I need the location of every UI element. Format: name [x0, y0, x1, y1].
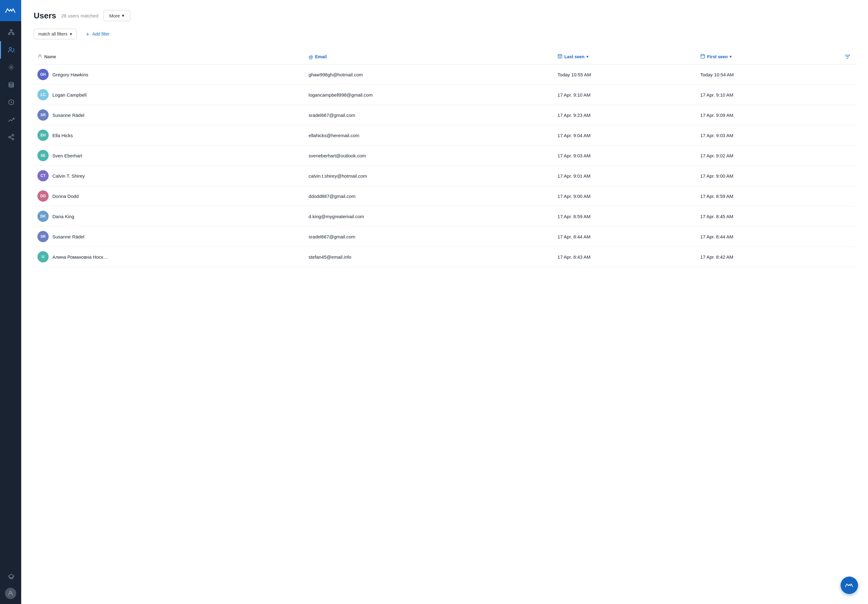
calendar-icon-last: 10 [558, 54, 563, 60]
user-name-cell: EH Ella Hicks [34, 125, 305, 146]
table-row[interactable]: EH Ella Hicks ellahicks@heremail.com 17 … [34, 125, 856, 146]
user-email: d.king@mygreatemail.com [305, 206, 554, 226]
table-row[interactable]: GH Gregory Hawkins ghaw998gh@hotmail.com… [34, 65, 856, 85]
user-name-cell: CT Calvin T. Shirey [34, 166, 305, 186]
sidebar-item-database[interactable] [0, 76, 21, 93]
sidebar-logo[interactable] [0, 0, 21, 21]
svg-line-14 [10, 138, 12, 139]
sidebar-item-users[interactable] [0, 41, 21, 59]
calendar-icon-first [700, 54, 705, 60]
sidebar [0, 0, 21, 604]
user-avatar-initials: DD [37, 190, 49, 201]
user-email: sradel667@gmail.com [305, 226, 554, 247]
at-icon: @ [308, 54, 313, 59]
table-row[interactable]: LC Logan Campbell logancampbell998@gmail… [34, 85, 856, 105]
svg-line-15 [10, 136, 12, 137]
user-email: ghaw998gh@hotmail.com [305, 65, 554, 85]
user-avatar-initials: SR [37, 231, 49, 242]
more-button[interactable]: More ▾ [104, 10, 130, 21]
row-actions [839, 146, 856, 166]
row-actions [839, 206, 856, 226]
row-actions [839, 125, 856, 146]
user-email: sveneberhart@outlook.com [305, 146, 554, 166]
row-actions [839, 105, 856, 125]
user-last-seen: 17 Apr. 9:00 AM [554, 186, 696, 206]
user-first-seen: 17 Apr. 8:59 AM [696, 186, 839, 206]
user-email: ellahicks@heremail.com [305, 125, 554, 146]
user-email: calvin.t.shirey@hotmail.com [305, 166, 554, 186]
match-filter-button[interactable]: match all filters ▾ [34, 29, 77, 39]
user-first-seen: 17 Apr. 9:10 AM [696, 85, 839, 105]
user-name-cell: SR Susanne Rädel [34, 226, 305, 247]
table-row[interactable]: SR Susanne Rädel sradel667@gmail.com 17 … [34, 226, 856, 247]
user-last-seen: 17 Apr. 9:23 AM [554, 105, 696, 125]
content-area: Users 28 users matched More ▾ match all … [21, 0, 868, 604]
svg-point-12 [8, 136, 10, 138]
page-header: Users 28 users matched More ▾ [34, 10, 856, 21]
col-header-name: Name [34, 49, 305, 65]
chevron-down-icon: ▾ [70, 31, 72, 36]
clock-icon [8, 99, 15, 106]
user-first-seen: 17 Apr. 9:09 AM [696, 105, 839, 125]
user-name: Dana King [53, 214, 74, 219]
user-avatar-initials: LC [37, 89, 49, 101]
education-icon [8, 573, 15, 580]
user-name: Donna Dodd [53, 194, 79, 199]
user-avatar[interactable] [5, 588, 16, 599]
col-header-first-seen[interactable]: First seen ▾ [696, 49, 839, 65]
user-name: Susanne Rädel [53, 234, 84, 239]
user-first-seen: 17 Apr. 9:03 AM [696, 125, 839, 146]
svg-rect-0 [10, 29, 12, 31]
user-email: sradel667@gmail.com [305, 105, 554, 125]
user-email: ddodd887@gmail.com [305, 186, 554, 206]
row-actions [839, 65, 856, 85]
main-content: Users 28 users matched More ▾ match all … [21, 0, 868, 604]
connections-icon [8, 134, 15, 141]
svg-point-7 [9, 47, 11, 50]
user-last-seen: 17 Apr. 9:10 AM [554, 85, 696, 105]
user-last-seen: 17 Apr. 9:04 AM [554, 125, 696, 146]
page-title: Users [34, 11, 56, 20]
person-icon [37, 54, 42, 60]
user-avatar-initials: SE [37, 150, 49, 161]
user-name-cell: U Алина Романовна Носк… [34, 247, 305, 267]
row-actions [839, 166, 856, 186]
table-body: GH Gregory Hawkins ghaw998gh@hotmail.com… [34, 65, 856, 267]
sidebar-item-connections[interactable] [0, 129, 21, 146]
filter-bar: match all filters ▾ ＋ Add filter [34, 29, 856, 39]
svg-text:10: 10 [559, 56, 561, 58]
svg-line-30 [849, 54, 850, 56]
add-filter-button[interactable]: ＋ Add filter [81, 29, 114, 39]
sidebar-bottom [0, 568, 21, 604]
col-header-email: @ Email [305, 49, 554, 65]
sidebar-item-org[interactable] [0, 24, 21, 41]
org-icon [8, 29, 15, 36]
database-icon [8, 81, 15, 88]
table-row[interactable]: SR Susanne Rädel sradel667@gmail.com 17 … [34, 105, 856, 125]
user-name: Алина Романовна Носк… [53, 254, 108, 260]
user-avatar-initials: SR [37, 109, 49, 121]
sidebar-item-analytics[interactable] [0, 111, 21, 129]
user-first-seen: 17 Apr. 9:02 AM [696, 146, 839, 166]
table-row[interactable]: DD Donna Dodd ddodd887@gmail.com 17 Apr.… [34, 186, 856, 206]
sidebar-item-ai[interactable] [0, 59, 21, 76]
user-name: Logan Campbell [53, 92, 86, 98]
col-header-filter[interactable] [839, 49, 856, 65]
filter-columns-icon[interactable] [843, 53, 852, 61]
col-header-last-seen[interactable]: 10 Last seen ▾ [554, 49, 696, 65]
row-actions [839, 226, 856, 247]
fab-button[interactable] [840, 576, 858, 594]
table-header-row: Name @ Email 10 [34, 49, 856, 65]
sidebar-item-education[interactable] [0, 568, 21, 585]
table-row[interactable]: U Алина Романовна Носк… stefan45@email.i… [34, 247, 856, 267]
table-row[interactable]: DK Dana King d.king@mygreatemail.com 17 … [34, 206, 856, 226]
sidebar-item-activity[interactable] [0, 93, 21, 111]
user-first-seen: 17 Apr. 8:45 AM [696, 206, 839, 226]
table-row[interactable]: SE Sven Eberhart sveneberhart@outlook.co… [34, 146, 856, 166]
sort-arrow-first-seen: ▾ [730, 54, 732, 59]
row-actions [839, 247, 856, 267]
row-actions [839, 85, 856, 105]
table-row[interactable]: CT Calvin T. Shirey calvin.t.shirey@hotm… [34, 166, 856, 186]
svg-point-13 [12, 138, 14, 140]
user-avatar-initials: U [37, 251, 49, 262]
